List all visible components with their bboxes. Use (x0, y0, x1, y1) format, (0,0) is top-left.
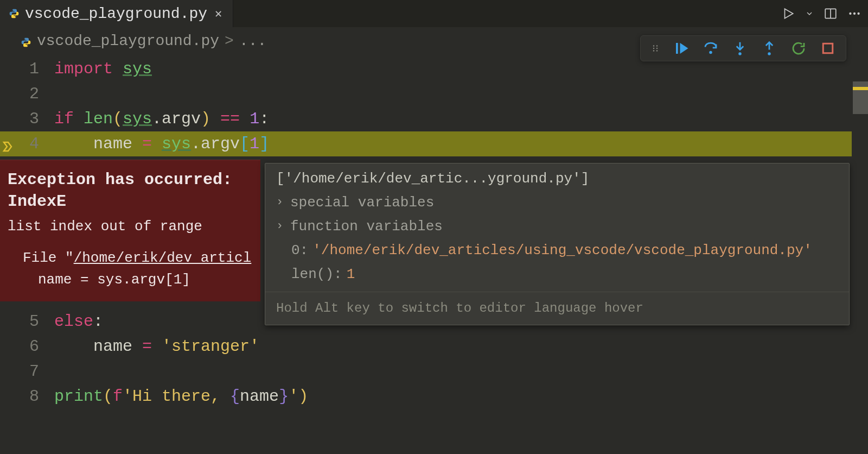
more-icon[interactable] (847, 7, 861, 21)
step-out-button[interactable] (761, 40, 777, 56)
current-execution-icon (1, 137, 14, 162)
step-over-button[interactable] (703, 40, 719, 56)
svg-point-7 (653, 48, 654, 49)
continue-button[interactable] (673, 40, 690, 56)
overview-ruler[interactable] (853, 27, 868, 454)
step-into-button[interactable] (732, 40, 748, 56)
svg-point-2 (849, 12, 851, 15)
line-number: 8 (0, 384, 54, 409)
python-icon (9, 8, 20, 19)
stop-button[interactable] (820, 40, 836, 56)
scroll-thumb[interactable] (853, 81, 868, 114)
editor-tab-active[interactable]: vscode_playground.py ✕ (0, 0, 233, 27)
svg-point-14 (738, 52, 742, 55)
code-content: import sys (54, 56, 152, 81)
line-number: 3 (0, 106, 54, 131)
code-content: print(f'Hi there, {name}') (54, 384, 308, 409)
hover-expand-function[interactable]: › function variables (265, 215, 849, 238)
exception-file[interactable]: File "/home/erik/dev_articl (8, 247, 253, 269)
breadcrumb-file: vscode_playground.py (37, 33, 219, 49)
close-icon[interactable]: ✕ (213, 7, 224, 21)
line-number: 2 (0, 81, 54, 106)
svg-point-3 (853, 12, 856, 15)
run-icon[interactable] (781, 7, 795, 21)
hover-len: len(): 1 (265, 262, 849, 286)
code-content: if len(sys.argv) == 1: (54, 106, 269, 131)
chevron-right-icon: › (276, 192, 286, 213)
line-number: 5 (0, 309, 54, 334)
exception-code-line: name = sys.argv[1] (8, 269, 253, 291)
editor-tabbar: vscode_playground.py ✕ (0, 0, 868, 27)
titlebar-actions (781, 0, 861, 27)
line-number: 1 (0, 56, 54, 81)
code-line[interactable]: 6 name = 'stranger' (0, 334, 868, 359)
chevron-right-icon: › (276, 216, 286, 237)
code-line[interactable]: 3if len(sys.argv) == 1: (0, 106, 868, 131)
exception-message: list index out of range (8, 216, 253, 237)
code-content: else: (54, 309, 103, 334)
svg-point-16 (768, 52, 771, 55)
chevron-down-icon[interactable] (805, 9, 814, 18)
overview-marker (853, 87, 868, 90)
debug-hover-tooltip: ['/home/erik/dev_artic...yground.py'] › … (265, 163, 850, 325)
hover-expand-special[interactable]: › special variables (265, 191, 849, 215)
restart-button[interactable] (790, 40, 807, 56)
svg-rect-17 (823, 43, 833, 53)
line-number: 7 (0, 359, 54, 384)
svg-point-5 (653, 45, 654, 46)
drag-handle-icon[interactable] (650, 43, 660, 53)
debug-toolbar (640, 35, 846, 61)
hover-repr: ['/home/erik/dev_artic...yground.py'] (265, 167, 849, 191)
svg-rect-11 (676, 43, 678, 54)
code-content: name = 'stranger' (54, 334, 259, 359)
code-line[interactable]: 2 (0, 81, 868, 106)
code-line[interactable]: 4 name = sys.argv[1] (0, 131, 868, 156)
split-editor-icon[interactable] (824, 7, 838, 21)
hover-footer-hint: Hold Alt key to switch to editor languag… (265, 292, 849, 325)
code-line[interactable]: 7 (0, 359, 868, 384)
svg-point-9 (653, 50, 654, 51)
code-content: name = sys.argv[1] (54, 131, 269, 156)
svg-point-12 (709, 51, 712, 54)
svg-point-6 (656, 45, 658, 46)
line-number: 6 (0, 334, 54, 359)
svg-point-4 (857, 12, 859, 15)
svg-point-10 (656, 50, 658, 51)
tab-filename: vscode_playground.py (25, 5, 207, 22)
svg-point-8 (656, 48, 658, 49)
exception-title: Exception has occurred: IndexE (8, 169, 253, 212)
breadcrumb-separator: > (225, 33, 234, 49)
hover-item-0: 0: '/home/erik/dev_articles/using_vscode… (265, 238, 849, 262)
breadcrumb-rest: ... (239, 33, 266, 49)
exception-widget: Exception has occurred: IndexE list inde… (0, 160, 260, 301)
python-icon (21, 35, 31, 46)
code-line[interactable]: 8print(f'Hi there, {name}') (0, 384, 868, 409)
